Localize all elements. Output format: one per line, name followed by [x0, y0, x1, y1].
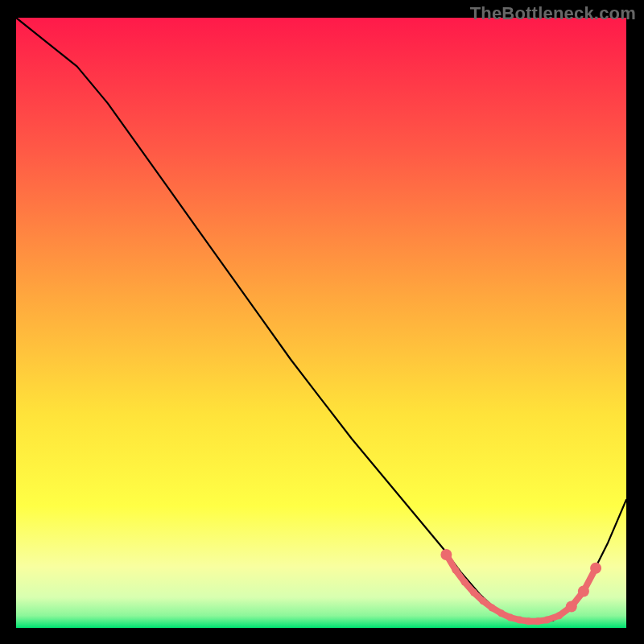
optimal-zone-dot — [479, 597, 486, 605]
optimal-zone-dot — [555, 612, 563, 619]
optimal-zone-dot — [461, 579, 469, 586]
optimal-zone-dot — [566, 601, 577, 613]
optimal-zone-dot — [578, 586, 589, 597]
optimal-zone-dot — [440, 549, 452, 560]
optimal-zone-dot — [452, 567, 459, 574]
optimal-zone-dot — [489, 605, 496, 612]
gradient-background — [16, 18, 626, 628]
optimal-zone-dot — [590, 563, 601, 574]
optimal-zone-dot — [516, 617, 523, 624]
optimal-zone-dot — [507, 614, 514, 621]
optimal-zone-dot — [525, 617, 532, 625]
watermark-text: TheBottleneck.com — [470, 3, 636, 24]
chart-svg — [16, 18, 626, 628]
optimal-zone-dot — [543, 617, 551, 624]
chart-canvas: TheBottleneck.com — [0, 0, 644, 644]
plot-area — [16, 18, 626, 628]
optimal-zone-dot — [470, 589, 477, 597]
optimal-zone-dot — [497, 609, 505, 617]
optimal-zone-dot — [535, 617, 542, 625]
